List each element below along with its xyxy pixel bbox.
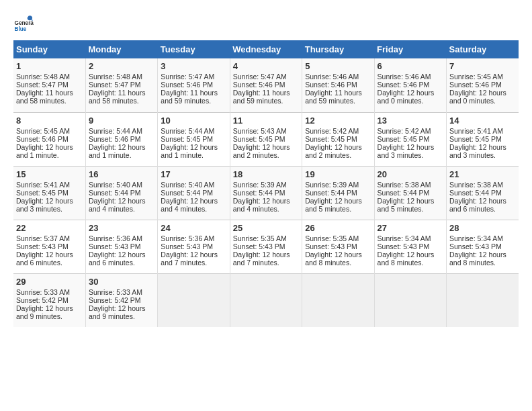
sunrise-text: Sunrise: 5:33 AM <box>89 288 142 296</box>
calendar-cell: 13Sunrise: 5:42 AMSunset: 5:45 PMDayligh… <box>374 112 446 166</box>
daylight-text: Daylight: 12 hours and 1 minute. <box>161 143 218 159</box>
sunset-text: Sunset: 5:43 PM <box>16 242 69 250</box>
sunset-text: Sunset: 5:44 PM <box>305 189 357 197</box>
daylight-text: Daylight: 12 hours and 8 minutes. <box>378 250 435 267</box>
calendar-cell: 21Sunrise: 5:38 AMSunset: 5:44 PMDayligh… <box>447 166 519 220</box>
sunset-text: Sunset: 5:44 PM <box>449 189 502 197</box>
day-number: 1 <box>16 61 83 71</box>
header-row: SundayMondayTuesdayWednesdayThursdayFrid… <box>13 40 519 58</box>
calendar-cell: 4Sunrise: 5:47 AMSunset: 5:46 PMDaylight… <box>230 58 302 112</box>
daylight-text: Daylight: 12 hours and 1 minute. <box>16 143 73 159</box>
sunset-text: Sunset: 5:43 PM <box>89 242 141 250</box>
header-tuesday: Tuesday <box>158 40 230 58</box>
daylight-text: Daylight: 12 hours and 4 minutes. <box>89 197 146 213</box>
daylight-text: Daylight: 12 hours and 3 minutes. <box>16 197 73 213</box>
daylight-text: Daylight: 11 hours and 59 minutes. <box>233 89 290 105</box>
calendar-table: SundayMondayTuesdayWednesdayThursdayFrid… <box>13 40 519 327</box>
sunset-text: Sunset: 5:45 PM <box>16 189 69 197</box>
daylight-text: Daylight: 12 hours and 8 minutes. <box>449 250 506 267</box>
daylight-text: Daylight: 12 hours and 5 minutes. <box>305 197 362 213</box>
calendar-cell: 7Sunrise: 5:45 AMSunset: 5:46 PMDaylight… <box>447 58 519 112</box>
day-number: 22 <box>16 223 83 233</box>
day-number: 24 <box>161 223 226 233</box>
sunrise-text: Sunrise: 5:44 AM <box>89 127 142 135</box>
calendar-cell: 29Sunrise: 5:33 AMSunset: 5:42 PMDayligh… <box>13 273 85 327</box>
sunrise-text: Sunrise: 5:35 AM <box>233 234 287 242</box>
calendar-cell: 11Sunrise: 5:43 AMSunset: 5:45 PMDayligh… <box>230 112 302 166</box>
daylight-text: Daylight: 12 hours and 1 minute. <box>89 143 146 159</box>
calendar-cell: 10Sunrise: 5:44 AMSunset: 5:45 PMDayligh… <box>158 112 230 166</box>
calendar-cell: 9Sunrise: 5:44 AMSunset: 5:46 PMDaylight… <box>85 112 157 166</box>
calendar-cell: 24Sunrise: 5:36 AMSunset: 5:43 PMDayligh… <box>158 220 230 273</box>
sunset-text: Sunset: 5:44 PM <box>378 189 430 197</box>
calendar-cell: 19Sunrise: 5:39 AMSunset: 5:44 PMDayligh… <box>302 166 374 220</box>
daylight-text: Daylight: 12 hours and 4 minutes. <box>233 197 290 213</box>
sunrise-text: Sunrise: 5:46 AM <box>378 73 431 81</box>
day-number: 9 <box>89 116 154 126</box>
day-number: 15 <box>16 169 83 179</box>
sunrise-text: Sunrise: 5:40 AM <box>89 181 142 189</box>
sunrise-text: Sunrise: 5:35 AM <box>305 234 359 242</box>
sunrise-text: Sunrise: 5:37 AM <box>16 234 70 242</box>
sunset-text: Sunset: 5:42 PM <box>16 296 69 304</box>
daylight-text: Daylight: 12 hours and 2 minutes. <box>305 143 362 159</box>
calendar-cell: 1Sunrise: 5:48 AMSunset: 5:47 PMDaylight… <box>13 58 85 112</box>
day-number: 30 <box>89 277 154 287</box>
sunrise-text: Sunrise: 5:34 AM <box>378 234 431 242</box>
day-number: 4 <box>233 61 299 71</box>
calendar-cell <box>302 273 374 327</box>
daylight-text: Daylight: 12 hours and 4 minutes. <box>161 197 218 213</box>
calendar-cell: 8Sunrise: 5:45 AMSunset: 5:46 PMDaylight… <box>13 112 85 166</box>
logo-icon: General Blue <box>13 13 34 34</box>
day-number: 5 <box>305 61 371 71</box>
day-number: 13 <box>378 116 443 126</box>
calendar-cell <box>374 273 446 327</box>
day-number: 14 <box>449 116 516 126</box>
sunrise-text: Sunrise: 5:44 AM <box>161 127 214 135</box>
header-monday: Monday <box>85 40 157 58</box>
calendar-cell: 30Sunrise: 5:33 AMSunset: 5:42 PMDayligh… <box>85 273 157 327</box>
header-thursday: Thursday <box>302 40 374 58</box>
sunset-text: Sunset: 5:45 PM <box>233 135 285 143</box>
calendar-cell: 17Sunrise: 5:40 AMSunset: 5:44 PMDayligh… <box>158 166 230 220</box>
daylight-text: Daylight: 12 hours and 6 minutes. <box>89 250 146 267</box>
sunrise-text: Sunrise: 5:33 AM <box>16 288 70 296</box>
sunset-text: Sunset: 5:43 PM <box>305 242 357 250</box>
week-row-1: 1Sunrise: 5:48 AMSunset: 5:47 PMDaylight… <box>13 58 519 112</box>
daylight-text: Daylight: 12 hours and 7 minutes. <box>161 250 218 267</box>
daylight-text: Daylight: 12 hours and 8 minutes. <box>305 250 362 267</box>
sunrise-text: Sunrise: 5:45 AM <box>449 73 503 81</box>
calendar-cell: 28Sunrise: 5:34 AMSunset: 5:43 PMDayligh… <box>447 220 519 273</box>
sunset-text: Sunset: 5:46 PM <box>161 81 213 89</box>
header-wednesday: Wednesday <box>230 40 302 58</box>
sunrise-text: Sunrise: 5:40 AM <box>161 181 214 189</box>
header-friday: Friday <box>374 40 446 58</box>
calendar-cell <box>158 273 230 327</box>
daylight-text: Daylight: 12 hours and 0 minutes. <box>378 89 435 105</box>
sunset-text: Sunset: 5:45 PM <box>378 135 430 143</box>
sunrise-text: Sunrise: 5:39 AM <box>305 181 359 189</box>
sunrise-text: Sunrise: 5:46 AM <box>305 73 359 81</box>
week-row-4: 22Sunrise: 5:37 AMSunset: 5:43 PMDayligh… <box>13 220 519 273</box>
day-number: 12 <box>305 116 371 126</box>
svg-text:Blue: Blue <box>15 26 27 32</box>
sunrise-text: Sunrise: 5:38 AM <box>378 181 431 189</box>
sunset-text: Sunset: 5:47 PM <box>89 81 141 89</box>
calendar-cell: 26Sunrise: 5:35 AMSunset: 5:43 PMDayligh… <box>302 220 374 273</box>
day-number: 2 <box>89 61 154 71</box>
calendar-cell: 6Sunrise: 5:46 AMSunset: 5:46 PMDaylight… <box>374 58 446 112</box>
day-number: 10 <box>161 116 226 126</box>
sunset-text: Sunset: 5:45 PM <box>449 135 502 143</box>
day-number: 7 <box>449 61 516 71</box>
page-header: General Blue <box>13 13 519 34</box>
calendar-cell: 27Sunrise: 5:34 AMSunset: 5:43 PMDayligh… <box>374 220 446 273</box>
sunrise-text: Sunrise: 5:41 AM <box>449 127 503 135</box>
calendar-cell <box>447 273 519 327</box>
sunset-text: Sunset: 5:42 PM <box>89 296 141 304</box>
sunset-text: Sunset: 5:43 PM <box>378 242 430 250</box>
sunset-text: Sunset: 5:44 PM <box>89 189 141 197</box>
sunrise-text: Sunrise: 5:48 AM <box>16 73 70 81</box>
day-number: 16 <box>89 169 154 179</box>
day-number: 11 <box>233 116 299 126</box>
day-number: 8 <box>16 116 83 126</box>
